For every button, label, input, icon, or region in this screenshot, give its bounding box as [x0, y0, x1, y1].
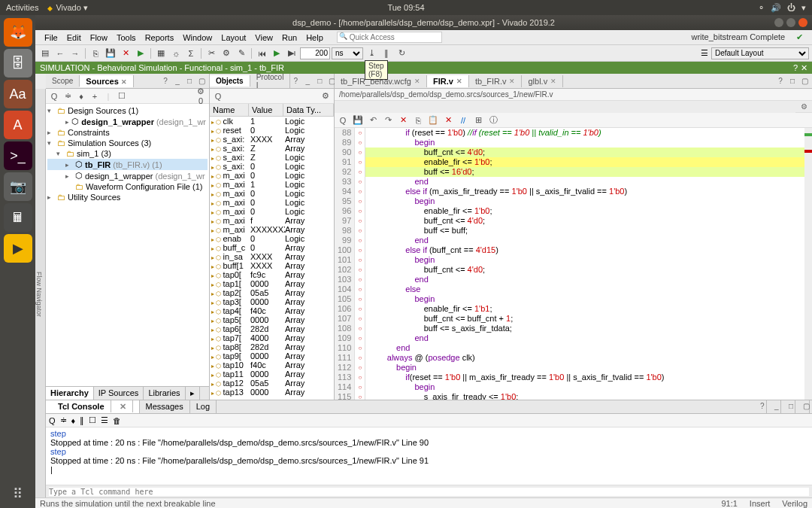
files-icon[interactable]: 🗄 — [4, 49, 32, 78]
show-apps-icon[interactable]: ⠿ — [4, 479, 32, 508]
back-icon[interactable]: ← — [53, 47, 67, 60]
relaunch-icon[interactable]: ↻ — [395, 47, 408, 60]
minimize-panel-icon[interactable]: _ — [172, 77, 183, 85]
float-panel-icon[interactable]: ▢ — [196, 77, 207, 85]
menu-run[interactable]: Run — [277, 33, 301, 42]
collapse-icon[interactable]: ≑ — [62, 91, 73, 101]
cut-icon[interactable]: ✂ — [205, 47, 218, 60]
layout-select[interactable]: Default Layout — [711, 47, 809, 59]
object-row[interactable]: s_axi:0Logic — [210, 162, 334, 171]
object-row[interactable]: m_axifArray — [210, 216, 334, 225]
tab-log[interactable]: Log — [190, 400, 217, 413]
banner-help-icon[interactable]: ? — [793, 63, 798, 73]
paste-icon[interactable]: 📋 — [428, 115, 438, 125]
menu-layout[interactable]: Layout — [217, 33, 250, 42]
sources-tree[interactable]: ▾🗀Design Sources (1) ▸⬡ design_1_wrapper… — [46, 104, 209, 386]
help-icon[interactable]: ? — [290, 77, 301, 85]
search-icon[interactable]: Q — [338, 116, 348, 125]
calculator-icon[interactable]: 🖩 — [4, 203, 32, 232]
cut-icon[interactable]: ✕ — [398, 115, 408, 125]
trash-icon[interactable]: 🗑 — [113, 416, 121, 425]
object-row[interactable]: tap9[0000Array — [210, 351, 334, 360]
search-icon[interactable]: Q — [49, 416, 56, 425]
sound-icon[interactable]: 🔊 — [771, 3, 781, 13]
object-row[interactable]: tap7[4000Array — [210, 333, 334, 342]
step-icon[interactable]: ⤓ Step (F8) — [365, 47, 378, 60]
object-row[interactable]: tap1205a5Array — [210, 379, 334, 388]
col-name[interactable]: Name — [210, 104, 249, 116]
close-icon[interactable]: ✕ — [550, 78, 556, 85]
editor-tab[interactable]: glbl.v✕ — [522, 75, 563, 87]
synth-icon[interactable]: ▦ — [154, 47, 168, 60]
tab-ip-sources[interactable]: IP Sources — [94, 387, 144, 400]
minimize-button[interactable] — [774, 18, 783, 27]
code-editor[interactable]: 8889909192939495969798991001011021031041… — [335, 128, 812, 400]
minimize-panel-icon[interactable]: _ — [302, 77, 313, 85]
clock[interactable]: Tue 09:54 — [387, 3, 424, 12]
object-row[interactable]: in_saXXXXArray — [210, 252, 334, 261]
object-row[interactable]: s_axi:ZArray — [210, 144, 334, 153]
gear-icon[interactable]: ⚙ — [320, 91, 331, 101]
close-icon[interactable]: ✕ — [414, 78, 420, 85]
restart-icon[interactable]: ⏮ — [255, 47, 268, 60]
time-unit-select[interactable]: ns — [332, 47, 363, 59]
object-row[interactable]: tap2[05a5Array — [210, 288, 334, 297]
tcl-input[interactable] — [49, 488, 809, 496]
tab-objects[interactable]: Objects — [210, 75, 250, 87]
tab-messages[interactable]: Messages — [140, 400, 190, 413]
redo-icon[interactable]: ↷ — [383, 115, 393, 125]
save-icon[interactable]: 💾 — [104, 47, 117, 60]
flow-navigator-collapsed[interactable]: Flow Navigator — [35, 89, 46, 497]
new-icon[interactable]: ▤ — [38, 47, 52, 60]
object-row[interactable]: m_axi0Logic — [210, 198, 334, 207]
collapse-icon[interactable]: ≑ — [60, 415, 67, 425]
close-icon[interactable]: ✕ — [456, 78, 462, 85]
maximize-panel-icon[interactable]: □ — [783, 400, 795, 413]
quick-access-input[interactable] — [337, 32, 442, 43]
power-icon[interactable]: ⏻ — [787, 3, 795, 13]
tab-scope[interactable]: Scope — [46, 75, 80, 87]
run-icon[interactable]: ▶ — [134, 47, 147, 60]
copy-icon[interactable]: ⎘ — [413, 116, 423, 125]
float-panel-icon[interactable]: ▢ — [799, 77, 810, 85]
object-row[interactable]: tap8[282dArray — [210, 342, 334, 351]
terminal-icon[interactable]: >_ — [4, 141, 32, 170]
cancel-icon[interactable]: ✕ — [119, 47, 132, 60]
add-icon[interactable]: + — [89, 92, 100, 101]
tab-tcl-console[interactable]: Tcl Console ✕ — [46, 400, 140, 413]
text-editor-icon[interactable]: Aa — [4, 80, 32, 108]
object-row[interactable]: tap3[0000Array — [210, 297, 334, 306]
tab-hierarchy[interactable]: Hierarchy — [46, 387, 94, 400]
maximize-panel-icon[interactable]: □ — [787, 77, 798, 85]
clear-icon[interactable]: ☐ — [89, 415, 96, 425]
menu-file[interactable]: File — [40, 33, 62, 42]
scroll-indicator[interactable] — [804, 128, 812, 400]
expand-icon[interactable]: ♦ — [76, 92, 86, 101]
help-icon[interactable]: ? — [754, 400, 767, 413]
menu-tools[interactable]: Tools — [112, 33, 141, 42]
object-row[interactable]: enab0Logic — [210, 234, 334, 243]
close-icon[interactable]: ✕ — [114, 400, 133, 412]
object-row[interactable]: buff_c0Array — [210, 243, 334, 252]
run-for-icon[interactable]: ▶ι — [285, 47, 298, 60]
search-icon[interactable]: Q — [213, 92, 223, 101]
object-row[interactable]: clk1Logic — [210, 117, 334, 126]
object-row[interactable]: m_axi0Logic — [210, 189, 334, 198]
system-menu-icon[interactable]: ▾ — [801, 3, 806, 13]
menu-edit[interactable]: Edit — [62, 33, 86, 42]
maximize-panel-icon[interactable]: □ — [184, 77, 195, 85]
document-icon[interactable]: A — [4, 111, 32, 139]
object-row[interactable]: tap110000Array — [210, 370, 334, 379]
object-row[interactable]: s_axi:ZLogic — [210, 153, 334, 162]
col-type[interactable]: Data Ty... — [283, 104, 334, 116]
object-row[interactable]: reset0Logic — [210, 126, 334, 135]
screenshot-icon[interactable]: 📷 — [4, 172, 32, 201]
maximize-button[interactable] — [786, 18, 795, 27]
expand-icon[interactable]: ♦ — [71, 416, 76, 425]
maximize-panel-icon[interactable]: □ — [314, 77, 325, 85]
help-icon[interactable]: ? — [775, 77, 786, 85]
object-row[interactable]: tap6[282dArray — [210, 324, 334, 333]
object-row[interactable]: buff[1XXXXArray — [210, 261, 334, 270]
tab-more[interactable]: ▸ — [186, 387, 200, 400]
network-icon[interactable]: ⚬ — [758, 3, 765, 13]
